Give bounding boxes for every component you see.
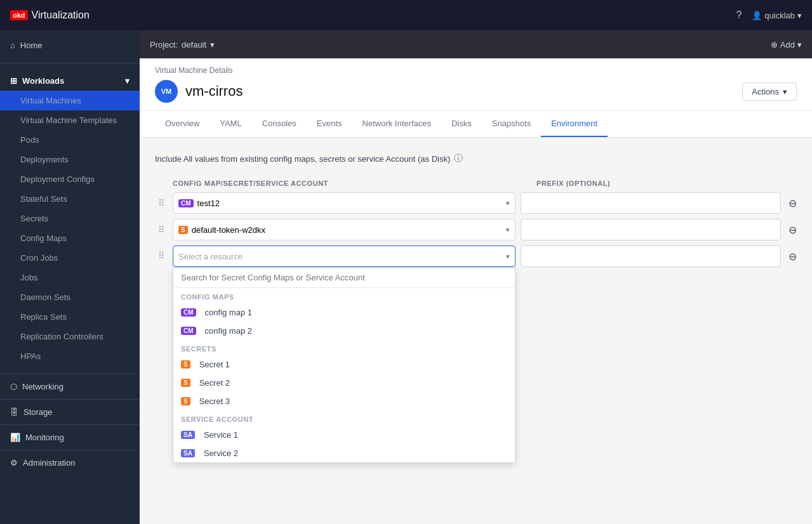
environment-content: Include All values from existing config … (140, 138, 812, 329)
sidebar-item-administration[interactable]: ⚙ Administration (0, 453, 140, 473)
drag-handle-2[interactable]: ⠿ (155, 225, 168, 235)
config-maps-label: Config Maps (20, 233, 67, 243)
vm-name: vm-cirros (185, 83, 243, 100)
tab-events[interactable]: Events (307, 111, 352, 137)
env-table-header: CONFIG MAP/SECRET/SERVICE ACCOUNT PREFIX… (155, 180, 797, 187)
add-label: Add (780, 40, 795, 49)
select-wrapper-3: Select a resource ▾ CONFIG MAPS CM confi… (173, 246, 516, 267)
prefix-input-1[interactable] (521, 192, 781, 214)
sidebar-item-replication-controllers[interactable]: Replication Controllers (0, 327, 140, 346)
sidebar-item-hpas[interactable]: HPAs (0, 346, 140, 366)
dropdown-item-config-map-2[interactable]: CM config map 2 (173, 322, 515, 340)
secret-2-name: Secret 2 (199, 378, 230, 388)
sidebar-item-networking[interactable]: ⬡ Networking (0, 377, 140, 396)
env-row-3: ⠿ Select a resource ▾ CONFIG MAPS CM (155, 246, 797, 267)
env-description: Include All values from existing config … (155, 153, 797, 164)
resource-select-2[interactable]: S default-token-w2dkx ▾ (173, 219, 516, 240)
sidebar-item-jobs[interactable]: Jobs (0, 268, 140, 287)
project-selector[interactable]: Project: default ▾ (150, 40, 215, 49)
secret-3-name: Secret 3 (199, 396, 230, 406)
dropdown-item-secret-2[interactable]: S Secret 2 (173, 374, 515, 392)
sidebar-item-deployment-configs[interactable]: Deployment Configs (0, 169, 140, 189)
remove-btn-2[interactable]: ⊖ (789, 224, 797, 236)
tab-overview[interactable]: Overview (155, 111, 210, 137)
tab-bar: Overview YAML Consoles Events Network In… (140, 111, 812, 138)
dropdown-item-secret-3[interactable]: S Secret 3 (173, 392, 515, 410)
select-wrapper-2: S default-token-w2dkx ▾ (173, 219, 516, 240)
jobs-label: Jobs (20, 273, 37, 282)
dropdown-search-input[interactable] (173, 268, 515, 288)
deployments-label: Deployments (20, 155, 69, 164)
dropdown-item-config-map-1[interactable]: CM config map 1 (173, 303, 515, 322)
sidebar-item-storage[interactable]: 🗄 Storage (0, 402, 140, 422)
s-badge-dropdown-3: S (181, 397, 190, 405)
tab-disks[interactable]: Disks (441, 111, 482, 137)
dropdown-section-service-account: SERVICE ACCOUNT (173, 410, 515, 426)
tab-consoles[interactable]: Consoles (252, 111, 307, 137)
sidebar-item-virtual-machines[interactable]: Virtual Machines (0, 91, 140, 110)
sidebar-item-home[interactable]: ⌂ Home (0, 36, 140, 55)
vm-type-badge: VM (155, 80, 178, 103)
sidebar-workloads-section: ⊞ Workloads ▾ Virtual Machines Virtual M… (0, 66, 140, 371)
pods-label: Pods (20, 135, 39, 145)
sidebar-item-pods[interactable]: Pods (0, 130, 140, 150)
sidebar-item-config-maps[interactable]: Config Maps (0, 228, 140, 248)
main-layout: ⌂ Home ⊞ Workloads ▾ Virtual Machines Vi… (0, 30, 812, 524)
sidebar-item-daemon-sets[interactable]: Daemon Sets (0, 287, 140, 307)
help-icon[interactable]: ? (736, 10, 742, 21)
user-icon: 👤 (752, 11, 762, 20)
cm-badge-1: CM (178, 199, 194, 207)
sa-badge-dropdown-2: SA (181, 449, 195, 457)
sidebar-home-label: Home (20, 41, 43, 50)
user-chevron-icon: ▾ (797, 11, 802, 20)
service-1-name: Service 1 (204, 430, 238, 440)
sidebar-item-monitoring[interactable]: 📊 Monitoring (0, 428, 140, 447)
vm-title-row: VM vm-cirros Actions ▾ (155, 80, 797, 103)
add-button[interactable]: ⊕ Add ▾ (771, 40, 802, 49)
select-wrapper-1: CM test12 ▾ (173, 192, 516, 214)
dropdown-item-service-1[interactable]: SA Service 1 (173, 426, 515, 444)
tab-yaml[interactable]: YAML (210, 111, 251, 137)
cm-badge-dropdown-1: CM (181, 308, 196, 317)
actions-chevron-icon: ▾ (783, 87, 787, 96)
drag-handle-3[interactable]: ⠿ (155, 251, 168, 261)
tab-snapshots[interactable]: Snapshots (482, 111, 541, 137)
remove-btn-1[interactable]: ⊖ (789, 197, 797, 209)
s-badge-2: S (178, 226, 188, 234)
tab-environment[interactable]: Environment (541, 111, 608, 137)
service-2-name: Service 2 (204, 449, 238, 458)
sidebar-item-stateful-sets[interactable]: Stateful Sets (0, 189, 140, 209)
dropdown-item-service-2[interactable]: SA Service 2 (173, 444, 515, 462)
sidebar-item-vm-templates[interactable]: Virtual Machine Templates (0, 110, 140, 130)
env-row-1: ⠿ CM test12 ▾ ⊖ (155, 192, 797, 214)
resource-select-1[interactable]: CM test12 ▾ (173, 192, 516, 214)
resource-select-3[interactable]: Select a resource ▾ (173, 246, 516, 267)
s-badge-dropdown-2: S (181, 379, 190, 387)
username: quicklab (764, 11, 795, 20)
project-label: Project: (150, 40, 178, 49)
workloads-icon: ⊞ (10, 76, 17, 86)
select-chevron-1: ▾ (506, 199, 510, 207)
actions-button[interactable]: Actions ▾ (742, 82, 797, 101)
prefix-input-2[interactable] (521, 219, 781, 240)
env-description-text: Include All values from existing config … (155, 154, 450, 164)
monitoring-label: Monitoring (25, 433, 64, 442)
config-map-1-name: config map 1 (205, 308, 252, 317)
brand-box: okd (10, 10, 28, 20)
sidebar-item-secrets[interactable]: Secrets (0, 209, 140, 228)
config-map-2-name: config map 2 (205, 326, 252, 336)
sidebar-item-cron-jobs[interactable]: Cron Jobs (0, 248, 140, 268)
tab-network-interfaces[interactable]: Network Interfaces (352, 111, 441, 137)
drag-handle-1[interactable]: ⠿ (155, 198, 168, 208)
project-bar: Project: default ▾ ⊕ Add ▾ (140, 30, 812, 58)
sidebar-item-deployments[interactable]: Deployments (0, 150, 140, 169)
sidebar-item-replica-sets[interactable]: Replica Sets (0, 307, 140, 327)
select-chevron-2: ▾ (506, 226, 510, 234)
remove-btn-3[interactable]: ⊖ (789, 251, 797, 263)
sidebar-workloads-header[interactable]: ⊞ Workloads ▾ (0, 71, 140, 91)
prefix-input-3[interactable] (521, 246, 781, 267)
cm-badge-dropdown-2: CM (181, 327, 196, 335)
dropdown-item-secret-1[interactable]: S Secret 1 (173, 355, 515, 374)
user-menu[interactable]: 👤 quicklab ▾ (752, 11, 802, 20)
workloads-chevron-icon: ▾ (125, 76, 130, 86)
